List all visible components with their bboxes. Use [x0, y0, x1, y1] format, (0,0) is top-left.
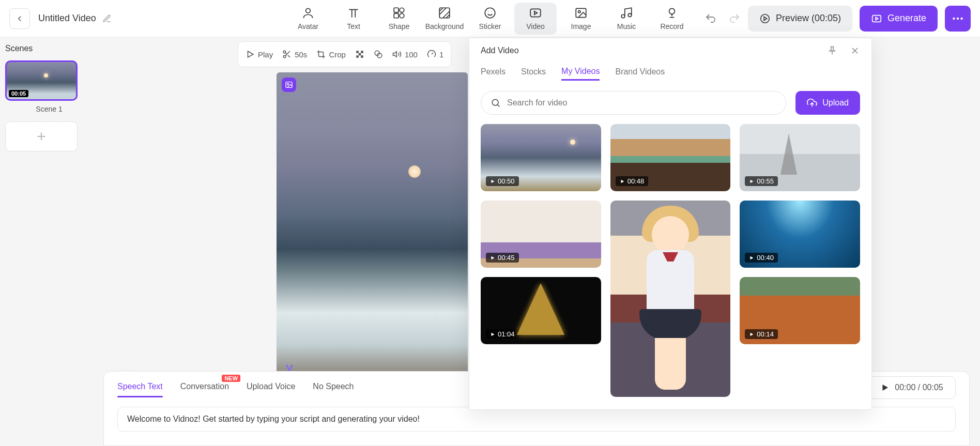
tab-no-speech[interactable]: No Speech	[313, 382, 354, 393]
svg-rect-18	[872, 15, 881, 22]
tab-upload-voice[interactable]: Upload Voice	[247, 382, 295, 393]
pencil-icon	[102, 14, 112, 23]
tool-sticker[interactable]: Sticker	[469, 3, 511, 35]
tab-conversation[interactable]: ConversationNEW	[180, 382, 229, 393]
svg-point-46	[492, 99, 498, 105]
image-badge-icon	[285, 81, 293, 89]
video-duration: 01:04	[486, 329, 519, 339]
scene-label: Scene 1	[5, 105, 93, 113]
video-grid: 00:50 00:48 00:55 00:45 00:40 01:04 00:1…	[469, 122, 871, 408]
svg-rect-34	[356, 55, 359, 58]
svg-point-26	[283, 51, 286, 53]
script-textarea[interactable]: Welcome to Vidnoz! Get started by typing…	[117, 407, 956, 432]
tool-shape[interactable]: Shape	[378, 3, 420, 35]
tab-speech-text[interactable]: Speech Text	[117, 382, 163, 393]
canvas-toolbar: Play 50s Crop 100 1	[238, 41, 451, 67]
effects-button[interactable]	[374, 50, 383, 59]
plus-icon	[35, 130, 48, 143]
svg-rect-31	[356, 51, 359, 53]
video-card[interactable]: 00:48	[610, 124, 731, 191]
tool-music[interactable]: Music	[605, 3, 648, 35]
svg-point-14	[628, 13, 632, 17]
video-card[interactable]: 00:50	[481, 124, 601, 191]
duration-button[interactable]: 50s	[282, 50, 307, 59]
speed-button[interactable]: 1	[427, 50, 443, 59]
scene-duration: 00:05	[9, 90, 28, 97]
video-source-tabs: Pexels Stocks My Videos Brand Videos	[469, 63, 871, 84]
video-card[interactable]: 01:04	[481, 277, 601, 344]
search-input[interactable]	[507, 98, 776, 107]
play-button[interactable]: Play	[246, 50, 273, 59]
video-card[interactable]: 00:40	[740, 201, 860, 268]
more-button[interactable]	[945, 6, 971, 32]
project-title[interactable]: Untitled Video	[38, 13, 96, 24]
upload-cloud-icon	[807, 98, 817, 108]
tool-background[interactable]: Background	[423, 3, 466, 35]
text-icon	[347, 6, 360, 20]
svg-line-30	[285, 53, 287, 54]
svg-point-16	[761, 14, 770, 23]
pin-button[interactable]	[827, 45, 837, 56]
svg-point-41	[287, 83, 289, 85]
video-card[interactable]: 00:14	[740, 277, 860, 344]
tool-text[interactable]: Text	[332, 3, 375, 35]
tab-pexels[interactable]: Pexels	[481, 67, 506, 80]
tool-label: Image	[571, 22, 591, 30]
play-icon	[246, 50, 255, 59]
video-duration: 00:50	[486, 176, 519, 186]
scene-thumbnail[interactable]: 00:05	[5, 60, 78, 101]
svg-point-13	[621, 14, 625, 18]
tool-record[interactable]: Record	[651, 3, 693, 35]
record-icon	[665, 6, 679, 20]
video-card[interactable]: 00:45	[481, 201, 601, 268]
scissors-icon	[282, 50, 292, 59]
svg-rect-11	[576, 8, 586, 17]
avatar-icon	[301, 6, 315, 20]
back-button[interactable]	[9, 8, 30, 29]
video-duration: 00:45	[486, 253, 519, 263]
app-header: Untitled Video Avatar Text Shape Backgro…	[0, 0, 980, 37]
video-card[interactable]	[610, 201, 731, 397]
canvas-preview[interactable]: Vidnoz	[277, 72, 468, 393]
generate-button[interactable]: Generate	[860, 6, 938, 32]
scenes-heading: Scenes	[5, 44, 93, 53]
tab-my-videos[interactable]: My Videos	[561, 67, 600, 81]
video-card[interactable]: 00:55	[740, 124, 860, 191]
volume-button[interactable]: 100	[392, 50, 418, 59]
svg-marker-53	[492, 332, 495, 336]
preview-button[interactable]: Preview (00:05)	[748, 6, 852, 32]
tool-image[interactable]: Image	[560, 3, 602, 35]
redo-button[interactable]	[728, 12, 741, 25]
svg-rect-35	[361, 55, 363, 58]
edit-title-button[interactable]	[102, 14, 112, 23]
add-scene-button[interactable]	[5, 121, 78, 151]
tool-avatar[interactable]: Avatar	[287, 3, 329, 35]
svg-point-27	[283, 55, 286, 58]
element-badge[interactable]	[282, 78, 296, 92]
video-duration: 00:48	[616, 176, 649, 186]
play-circle-icon	[759, 13, 771, 24]
tab-stocks[interactable]: Stocks	[521, 67, 546, 80]
svg-point-0	[306, 8, 311, 13]
undo-button[interactable]	[705, 12, 717, 25]
tool-video[interactable]: Video	[514, 3, 557, 35]
play-icon	[880, 383, 890, 392]
search-field[interactable]	[481, 91, 786, 115]
opacity-button[interactable]	[355, 50, 364, 59]
crop-button[interactable]: Crop	[316, 50, 346, 59]
svg-marker-17	[764, 17, 767, 20]
playback-control[interactable]: 00:00 / 00:05	[868, 376, 956, 399]
svg-marker-51	[492, 256, 495, 259]
shape-icon	[392, 6, 406, 20]
tab-brand-videos[interactable]: Brand Videos	[615, 67, 665, 80]
generate-icon	[871, 13, 882, 24]
tool-label: Sticker	[479, 22, 501, 30]
volume-icon	[392, 50, 402, 59]
close-button[interactable]	[850, 45, 860, 56]
sticker-icon	[483, 6, 497, 20]
svg-marker-10	[534, 11, 537, 14]
svg-line-29	[288, 55, 290, 57]
svg-marker-48	[492, 179, 495, 183]
upload-button[interactable]: Upload	[795, 91, 860, 115]
chevron-left-icon	[15, 14, 24, 23]
